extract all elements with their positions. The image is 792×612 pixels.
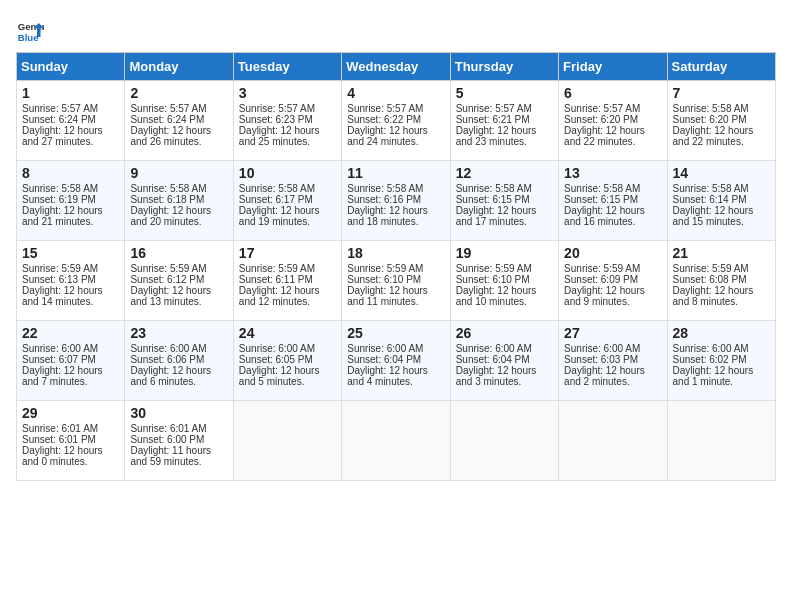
day-number: 20 (564, 245, 661, 261)
daylight: Daylight: 12 hours and 0 minutes. (22, 445, 103, 467)
calendar-cell (559, 401, 667, 481)
calendar-cell: 28Sunrise: 6:00 AMSunset: 6:02 PMDayligh… (667, 321, 775, 401)
day-number: 26 (456, 325, 553, 341)
daylight: Daylight: 11 hours and 59 minutes. (130, 445, 211, 467)
calendar-week-5: 29Sunrise: 6:01 AMSunset: 6:01 PMDayligh… (17, 401, 776, 481)
sunrise: Sunrise: 5:58 AM (22, 183, 98, 194)
day-number: 16 (130, 245, 227, 261)
col-header-sunday: Sunday (17, 53, 125, 81)
day-number: 21 (673, 245, 770, 261)
daylight: Daylight: 12 hours and 23 minutes. (456, 125, 537, 147)
sunrise: Sunrise: 5:58 AM (564, 183, 640, 194)
day-number: 14 (673, 165, 770, 181)
sunrise: Sunrise: 5:57 AM (564, 103, 640, 114)
day-number: 17 (239, 245, 336, 261)
calendar-cell: 1Sunrise: 5:57 AMSunset: 6:24 PMDaylight… (17, 81, 125, 161)
calendar-cell: 5Sunrise: 5:57 AMSunset: 6:21 PMDaylight… (450, 81, 558, 161)
day-number: 24 (239, 325, 336, 341)
sunset: Sunset: 6:21 PM (456, 114, 530, 125)
col-header-thursday: Thursday (450, 53, 558, 81)
day-number: 9 (130, 165, 227, 181)
day-number: 7 (673, 85, 770, 101)
logo-icon: General Blue (16, 16, 44, 44)
sunrise: Sunrise: 6:00 AM (22, 343, 98, 354)
calendar-cell: 22Sunrise: 6:00 AMSunset: 6:07 PMDayligh… (17, 321, 125, 401)
day-number: 22 (22, 325, 119, 341)
daylight: Daylight: 12 hours and 14 minutes. (22, 285, 103, 307)
calendar-week-4: 22Sunrise: 6:00 AMSunset: 6:07 PMDayligh… (17, 321, 776, 401)
calendar-cell: 3Sunrise: 5:57 AMSunset: 6:23 PMDaylight… (233, 81, 341, 161)
daylight: Daylight: 12 hours and 7 minutes. (22, 365, 103, 387)
sunset: Sunset: 6:05 PM (239, 354, 313, 365)
daylight: Daylight: 12 hours and 21 minutes. (22, 205, 103, 227)
calendar-table: SundayMondayTuesdayWednesdayThursdayFrid… (16, 52, 776, 481)
sunrise: Sunrise: 6:00 AM (347, 343, 423, 354)
sunset: Sunset: 6:24 PM (22, 114, 96, 125)
sunrise: Sunrise: 5:59 AM (564, 263, 640, 274)
calendar-cell: 27Sunrise: 6:00 AMSunset: 6:03 PMDayligh… (559, 321, 667, 401)
calendar-cell: 26Sunrise: 6:00 AMSunset: 6:04 PMDayligh… (450, 321, 558, 401)
sunrise: Sunrise: 6:00 AM (673, 343, 749, 354)
sunset: Sunset: 6:20 PM (673, 114, 747, 125)
sunset: Sunset: 6:10 PM (347, 274, 421, 285)
day-number: 15 (22, 245, 119, 261)
sunset: Sunset: 6:10 PM (456, 274, 530, 285)
sunrise: Sunrise: 5:58 AM (673, 103, 749, 114)
sunrise: Sunrise: 5:57 AM (456, 103, 532, 114)
sunrise: Sunrise: 5:58 AM (239, 183, 315, 194)
sunrise: Sunrise: 5:59 AM (673, 263, 749, 274)
day-number: 2 (130, 85, 227, 101)
day-number: 18 (347, 245, 444, 261)
sunrise: Sunrise: 5:57 AM (130, 103, 206, 114)
day-number: 6 (564, 85, 661, 101)
col-header-saturday: Saturday (667, 53, 775, 81)
sunrise: Sunrise: 5:57 AM (239, 103, 315, 114)
daylight: Daylight: 12 hours and 4 minutes. (347, 365, 428, 387)
daylight: Daylight: 12 hours and 3 minutes. (456, 365, 537, 387)
calendar-cell: 7Sunrise: 5:58 AMSunset: 6:20 PMDaylight… (667, 81, 775, 161)
daylight: Daylight: 12 hours and 17 minutes. (456, 205, 537, 227)
col-header-wednesday: Wednesday (342, 53, 450, 81)
calendar-cell (667, 401, 775, 481)
daylight: Daylight: 12 hours and 20 minutes. (130, 205, 211, 227)
sunset: Sunset: 6:00 PM (130, 434, 204, 445)
calendar-week-1: 1Sunrise: 5:57 AMSunset: 6:24 PMDaylight… (17, 81, 776, 161)
sunset: Sunset: 6:20 PM (564, 114, 638, 125)
logo: General Blue (16, 16, 48, 44)
calendar-cell (342, 401, 450, 481)
sunset: Sunset: 6:16 PM (347, 194, 421, 205)
sunrise: Sunrise: 6:00 AM (564, 343, 640, 354)
calendar-cell: 21Sunrise: 5:59 AMSunset: 6:08 PMDayligh… (667, 241, 775, 321)
day-number: 3 (239, 85, 336, 101)
page-header: General Blue (16, 16, 776, 44)
sunrise: Sunrise: 5:58 AM (456, 183, 532, 194)
day-number: 13 (564, 165, 661, 181)
calendar-cell: 10Sunrise: 5:58 AMSunset: 6:17 PMDayligh… (233, 161, 341, 241)
calendar-cell (233, 401, 341, 481)
daylight: Daylight: 12 hours and 2 minutes. (564, 365, 645, 387)
sunset: Sunset: 6:03 PM (564, 354, 638, 365)
calendar-header-row: SundayMondayTuesdayWednesdayThursdayFrid… (17, 53, 776, 81)
sunrise: Sunrise: 5:58 AM (347, 183, 423, 194)
daylight: Daylight: 12 hours and 19 minutes. (239, 205, 320, 227)
sunset: Sunset: 6:24 PM (130, 114, 204, 125)
sunrise: Sunrise: 5:59 AM (456, 263, 532, 274)
day-number: 29 (22, 405, 119, 421)
daylight: Daylight: 12 hours and 16 minutes. (564, 205, 645, 227)
day-number: 28 (673, 325, 770, 341)
daylight: Daylight: 12 hours and 13 minutes. (130, 285, 211, 307)
sunset: Sunset: 6:18 PM (130, 194, 204, 205)
sunset: Sunset: 6:06 PM (130, 354, 204, 365)
sunrise: Sunrise: 5:59 AM (347, 263, 423, 274)
daylight: Daylight: 12 hours and 8 minutes. (673, 285, 754, 307)
sunset: Sunset: 6:02 PM (673, 354, 747, 365)
day-number: 23 (130, 325, 227, 341)
sunset: Sunset: 6:19 PM (22, 194, 96, 205)
sunset: Sunset: 6:07 PM (22, 354, 96, 365)
daylight: Daylight: 12 hours and 24 minutes. (347, 125, 428, 147)
sunset: Sunset: 6:09 PM (564, 274, 638, 285)
daylight: Daylight: 12 hours and 27 minutes. (22, 125, 103, 147)
daylight: Daylight: 12 hours and 1 minute. (673, 365, 754, 387)
sunrise: Sunrise: 6:00 AM (239, 343, 315, 354)
daylight: Daylight: 12 hours and 11 minutes. (347, 285, 428, 307)
